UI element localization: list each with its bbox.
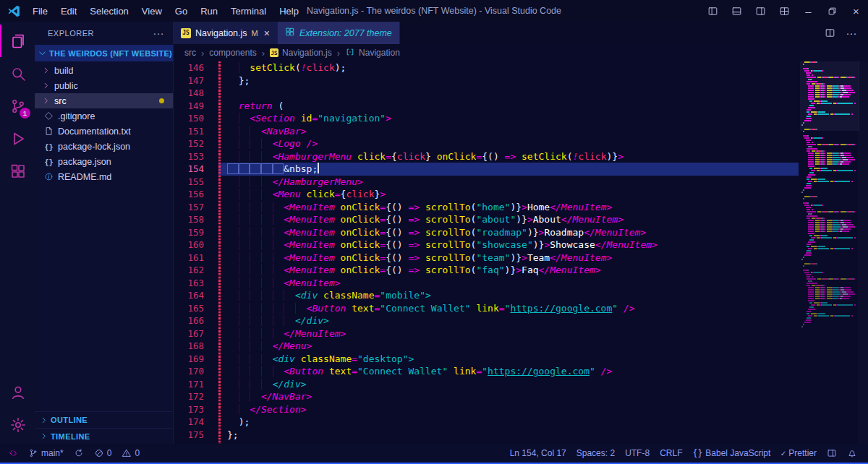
status-branch[interactable]: main* bbox=[23, 444, 69, 463]
more-button[interactable]: ··· bbox=[842, 22, 861, 44]
tree-item-gitignore[interactable]: .gitignore bbox=[35, 108, 173, 124]
code-line-172[interactable]: 172 </NavBar> bbox=[174, 390, 799, 403]
line-number[interactable]: 162 bbox=[174, 264, 218, 277]
code-text[interactable] bbox=[227, 441, 799, 444]
code-line-152[interactable]: 152 <Logo /> bbox=[174, 137, 799, 150]
code-text[interactable]: <div className="desktop"> bbox=[227, 353, 799, 366]
code-line-163[interactable]: 163 <MenuItem> bbox=[174, 277, 799, 290]
line-number[interactable]: 170 bbox=[174, 365, 218, 378]
code-text[interactable]: ); bbox=[227, 416, 799, 429]
layout-grid-button[interactable] bbox=[773, 0, 796, 22]
status-eol[interactable]: CRLF bbox=[655, 444, 687, 463]
code-text[interactable]: <Button text="Connect Wallet" link="http… bbox=[227, 302, 799, 315]
tree-item-package-lock-json[interactable]: {}package-lock.json bbox=[35, 139, 173, 154]
close-tab-button[interactable]: × bbox=[264, 27, 270, 39]
code-text[interactable]: </Section> bbox=[227, 403, 799, 416]
code-line-155[interactable]: 155 </HamburgerMenu> bbox=[174, 176, 799, 189]
status-warnings[interactable]: 0 bbox=[116, 444, 145, 463]
line-number[interactable]: 147 bbox=[174, 74, 218, 87]
code-line-166[interactable]: 166 </div> bbox=[174, 314, 799, 327]
line-number[interactable]: 164 bbox=[174, 289, 218, 302]
menu-help[interactable]: Help bbox=[273, 0, 305, 22]
breadcrumb-navigation-js[interactable]: JSNavigation.js bbox=[270, 48, 332, 58]
minimize-button[interactable]: – bbox=[796, 0, 820, 22]
activity-search[interactable] bbox=[0, 57, 35, 90]
minimap[interactable] bbox=[801, 61, 858, 444]
status-indentation[interactable]: Spaces: 2 bbox=[571, 444, 620, 463]
code-text[interactable]: <div className="mobile"> bbox=[227, 289, 799, 302]
code-text[interactable]: <HamburgerMenu click={click} onClick={()… bbox=[227, 150, 799, 163]
code-text[interactable]: &nbsp; bbox=[227, 163, 799, 176]
line-number[interactable]: 154 bbox=[174, 163, 218, 176]
line-number[interactable]: 166 bbox=[174, 314, 218, 327]
project-root-row[interactable]: THE WEIRDOS (NFT WEBSITE) bbox=[35, 45, 173, 61]
code-line-174[interactable]: 174 ); bbox=[174, 416, 799, 429]
code-text[interactable]: <Button text="Connect Wallet" link="http… bbox=[227, 365, 799, 378]
menu-go[interactable]: Go bbox=[169, 0, 194, 22]
tab-navigation-js[interactable]: JSNavigation.jsM× bbox=[174, 22, 278, 44]
line-number[interactable]: 157 bbox=[174, 201, 218, 214]
menu-view[interactable]: View bbox=[135, 0, 169, 22]
activity-account[interactable] bbox=[0, 376, 35, 408]
status-editor-layout[interactable] bbox=[822, 444, 842, 463]
status-errors[interactable]: 0 bbox=[89, 444, 117, 463]
line-number[interactable]: 165 bbox=[174, 302, 218, 315]
code-text[interactable]: <NavBar> bbox=[227, 125, 799, 138]
code-text[interactable]: </div> bbox=[227, 314, 799, 327]
code-text[interactable]: </div> bbox=[227, 378, 799, 391]
code-text[interactable]: return ( bbox=[227, 100, 799, 113]
code-text[interactable]: </Menu> bbox=[227, 340, 799, 353]
menu-selection[interactable]: Selection bbox=[83, 0, 135, 22]
code-text[interactable]: <MenuItem> bbox=[227, 277, 799, 290]
code-text[interactable]: setClick(!click); bbox=[227, 61, 799, 74]
code-line-175[interactable]: 175}; bbox=[174, 429, 799, 442]
code-line-159[interactable]: 159 <MenuItem onClick={() => scrollTo("r… bbox=[174, 226, 799, 239]
line-number[interactable]: 155 bbox=[174, 176, 218, 189]
line-number[interactable]: 160 bbox=[174, 239, 218, 252]
code-line-170[interactable]: 170 <Button text="Connect Wallet" link="… bbox=[174, 365, 799, 378]
line-number[interactable]: 173 bbox=[174, 403, 218, 416]
code-line-162[interactable]: 162 <MenuItem onClick={() => scrollTo("f… bbox=[174, 264, 799, 277]
line-number[interactable]: 168 bbox=[174, 340, 218, 353]
code-line-160[interactable]: 160 <MenuItem onClick={() => scrollTo("s… bbox=[174, 239, 799, 252]
code-text[interactable]: </MenuItem> bbox=[227, 327, 799, 340]
breadcrumb-components[interactable]: components bbox=[209, 48, 256, 58]
line-number[interactable]: 174 bbox=[174, 416, 218, 429]
more-actions-icon[interactable]: ··· bbox=[153, 27, 165, 39]
activity-explorer[interactable] bbox=[0, 25, 35, 57]
status-sync[interactable] bbox=[69, 444, 89, 463]
tree-item-public[interactable]: public bbox=[35, 78, 173, 93]
code-line-168[interactable]: 168 </Menu> bbox=[174, 340, 799, 353]
line-number[interactable]: 163 bbox=[174, 277, 218, 290]
code-editor[interactable]: 146 setClick(!click);147 };148149 return… bbox=[174, 61, 868, 444]
code-text[interactable]: <MenuItem onClick={() => scrollTo("faq")… bbox=[227, 264, 799, 277]
line-number[interactable]: 171 bbox=[174, 378, 218, 391]
tree-item-readme-md[interactable]: README.md bbox=[35, 169, 173, 184]
status-language-mode[interactable]: {}Babel JavaScript bbox=[687, 444, 775, 463]
line-number[interactable]: 150 bbox=[174, 112, 218, 125]
code-line-158[interactable]: 158 <MenuItem onClick={() => scrollTo("a… bbox=[174, 213, 799, 226]
panel-right-button[interactable] bbox=[749, 0, 773, 22]
line-number[interactable]: 172 bbox=[174, 390, 218, 403]
breadcrumb-src[interactable]: src bbox=[184, 48, 196, 58]
tree-item-build[interactable]: build bbox=[35, 63, 173, 78]
restore-button[interactable] bbox=[820, 0, 844, 22]
menu-terminal[interactable]: Terminal bbox=[224, 0, 273, 22]
code-line-176[interactable]: 176 bbox=[174, 441, 799, 444]
code-text[interactable]: <MenuItem onClick={() => scrollTo("team"… bbox=[227, 252, 799, 265]
code-line-149[interactable]: 149 return ( bbox=[174, 100, 799, 113]
panel-left-button[interactable] bbox=[701, 0, 725, 22]
code-line-171[interactable]: 171 </div> bbox=[174, 378, 799, 391]
line-number[interactable]: 146 bbox=[174, 61, 218, 74]
code-text[interactable]: </NavBar> bbox=[227, 390, 799, 403]
tab-extension-2077-theme[interactable]: Extension: 2077 theme bbox=[278, 22, 400, 44]
code-lines[interactable]: 146 setClick(!click);147 };148149 return… bbox=[174, 61, 799, 444]
status-formatter[interactable]: ✓Prettier bbox=[775, 444, 822, 463]
code-line-153[interactable]: 153 <HamburgerMenu click={click} onClick… bbox=[174, 150, 799, 163]
code-line-169[interactable]: 169 <div className="desktop"> bbox=[174, 353, 799, 366]
code-line-156[interactable]: 156 <Menu click={click}> bbox=[174, 188, 799, 201]
line-number[interactable]: 158 bbox=[174, 213, 218, 226]
line-number[interactable]: 148 bbox=[174, 87, 218, 100]
activity-source-control[interactable]: 1 bbox=[0, 90, 35, 122]
scrollbar[interactable] bbox=[858, 61, 868, 444]
